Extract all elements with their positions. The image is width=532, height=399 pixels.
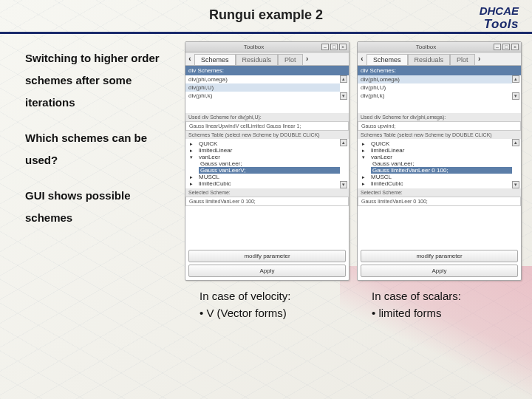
scheme-node-label: MUSCL — [199, 174, 219, 180]
selected-scheme-value: Gauss limitedVanLeer 0 100; — [185, 197, 349, 206]
caption-scalars-2: • limited forms — [357, 304, 522, 319]
tab-residuals[interactable]: Residuals — [236, 54, 279, 65]
para1-line1: Switching to higher order — [25, 47, 177, 69]
tab-schemes[interactable]: Schemes — [194, 54, 236, 65]
used-scheme-label: Used div Scheme for div(phi,omega): — [358, 113, 521, 121]
chevron-right-icon[interactable] — [362, 141, 368, 147]
scroll-down-icon[interactable]: ▾ — [340, 92, 347, 100]
tab-scroll-left-icon[interactable]: ‹ — [185, 55, 194, 63]
chevron-right-icon[interactable] — [190, 174, 196, 180]
chevron-right-icon[interactable] — [362, 148, 368, 154]
chevron-down-icon[interactable] — [190, 154, 196, 160]
page-title: Rungui example 2 — [0, 7, 532, 23]
tab-scroll-right-icon[interactable]: › — [303, 55, 312, 63]
tab-scroll-left-icon[interactable]: ‹ — [358, 55, 366, 63]
modify-parameter-button[interactable]: modify parameter — [188, 250, 346, 262]
schemes-table-header: Schemes Table (select new Scheme by DOUB… — [358, 131, 521, 139]
scheme-node[interactable]: limitedCubic — [188, 180, 340, 187]
scroll-down-icon[interactable]: ▾ — [340, 181, 347, 188]
para1-line3: iterations — [25, 92, 177, 114]
maximize-button[interactable]: □ — [330, 44, 338, 50]
minimize-button[interactable]: – — [321, 44, 329, 50]
close-button[interactable]: × — [511, 44, 519, 50]
chevron-right-icon[interactable] — [190, 148, 196, 154]
scheme-node[interactable]: vanLeer — [361, 154, 512, 160]
scroll-up-icon[interactable]: ▴ — [512, 75, 519, 83]
logo-line2: Tools — [480, 17, 519, 32]
close-button[interactable]: × — [339, 44, 347, 50]
maximize-button[interactable]: □ — [502, 44, 510, 50]
used-scheme-label: Used div Scheme for div(phi,U): — [185, 113, 349, 121]
caption-velocity-2: • V (Vector forms) — [185, 304, 349, 319]
apply-button[interactable]: Apply — [361, 265, 518, 277]
caption-velocity-1: In case of velocity: — [185, 281, 349, 304]
scheme-node-label: QUICK — [371, 140, 389, 147]
chevron-down-icon[interactable] — [362, 154, 368, 160]
tab-plot[interactable]: Plot — [450, 54, 475, 65]
window-title: Toolbox — [360, 44, 492, 50]
scheme-node[interactable]: MUSCL — [188, 174, 340, 180]
chevron-right-icon[interactable] — [362, 181, 368, 187]
para3-line2: schemes — [25, 207, 177, 229]
selected-scheme-label: Selected Scheme: — [185, 188, 349, 197]
div-scheme-item[interactable]: div(phi,U) — [358, 83, 512, 92]
para2-line2: used? — [25, 149, 177, 171]
para3-line1: GUI shows possible — [25, 185, 177, 207]
panel-scalars: Toolbox–□×‹SchemesResidualsPlot›div Sche… — [357, 41, 522, 389]
scroll-up-icon[interactable]: ▴ — [340, 75, 347, 83]
scheme-node-label: vanLeer — [199, 154, 220, 160]
div-schemes-header: div Schemes: — [185, 66, 349, 75]
para2-line1: Which schemes can be — [25, 127, 177, 149]
tab-scroll-right-icon[interactable]: › — [475, 55, 484, 63]
scheme-node[interactable]: vanLeer — [188, 154, 340, 160]
schemes-tree: QUICKlimitedLinearvanLeerGauss vanLeer;G… — [185, 139, 349, 188]
div-schemes-header: div Schemes: — [358, 66, 521, 75]
schemes-tree: QUICKlimitedLinearvanLeerGauss vanLeer;G… — [358, 139, 521, 188]
chevron-right-icon[interactable] — [190, 181, 196, 187]
scheme-node[interactable]: limitedLinear — [361, 147, 512, 154]
scroll-up-icon[interactable]: ▴ — [512, 139, 519, 146]
selected-scheme-label: Selected Scheme: — [358, 188, 521, 197]
scheme-node[interactable]: MUSCL — [361, 174, 512, 180]
scheme-node[interactable]: limitedCubic — [361, 180, 512, 187]
chevron-right-icon[interactable] — [362, 174, 368, 180]
caption-scalars-1: In case of scalars: — [357, 281, 522, 304]
scroll-down-icon[interactable]: ▾ — [512, 181, 519, 188]
schemes-table-header: Schemes Table (select new Scheme by DOUB… — [185, 131, 349, 139]
brand-logo: DHCAE Tools — [480, 4, 519, 32]
toolbox-window: Toolbox–□×‹SchemesResidualsPlot›div Sche… — [357, 41, 522, 281]
toolbox-window: Toolbox–□×‹SchemesResidualsPlot›div Sche… — [185, 41, 349, 281]
tab-residuals[interactable]: Residuals — [408, 54, 451, 65]
div-scheme-item[interactable]: div(phi,k) — [185, 92, 340, 100]
modify-parameter-button[interactable]: modify parameter — [361, 250, 518, 262]
div-scheme-item[interactable]: div(phi,U) — [185, 83, 340, 92]
apply-button[interactable]: Apply — [188, 265, 346, 277]
tab-plot[interactable]: Plot — [278, 54, 303, 65]
logo-line1: DHCAE — [480, 4, 519, 17]
selected-scheme-value: Gauss limitedVanLeer 0 100; — [358, 197, 521, 206]
scheme-node-label: MUSCL — [371, 174, 392, 180]
used-scheme-value: Gauss linearUpwindV cellLimited Gauss li… — [185, 121, 349, 131]
scheme-node-label: limitedLinear — [199, 147, 232, 154]
tab-schemes[interactable]: Schemes — [366, 54, 408, 65]
scheme-child[interactable]: Gauss vanLeer; — [371, 160, 512, 167]
panel-velocity: Toolbox–□×‹SchemesResidualsPlot›div Sche… — [185, 41, 349, 389]
scroll-down-icon[interactable]: ▾ — [512, 92, 519, 100]
scheme-child[interactable]: Gauss vanLeerV; — [199, 167, 340, 174]
minimize-button[interactable]: – — [494, 44, 501, 50]
scheme-child[interactable]: Gauss limitedVanLeer 0 100; — [371, 167, 512, 174]
scheme-child[interactable]: Gauss vanLeer; — [199, 160, 340, 167]
scroll-up-icon[interactable]: ▴ — [340, 139, 347, 146]
scheme-node[interactable]: QUICK — [361, 140, 512, 147]
scheme-node-label: vanLeer — [371, 154, 392, 160]
slide-header: Rungui example 2 DHCAE Tools — [0, 0, 532, 29]
header-rule — [0, 32, 532, 34]
div-scheme-item[interactable]: div(phi,omega) — [358, 75, 512, 83]
scheme-node-label: QUICK — [199, 140, 217, 147]
scheme-node[interactable]: limitedLinear — [188, 147, 340, 154]
chevron-right-icon[interactable] — [190, 141, 196, 147]
scheme-node[interactable]: QUICK — [188, 140, 340, 147]
para1-line2: schemes after some — [25, 69, 177, 92]
div-scheme-item[interactable]: div(phi,k) — [358, 92, 512, 100]
div-scheme-item[interactable]: div(phi,omega) — [185, 75, 340, 83]
